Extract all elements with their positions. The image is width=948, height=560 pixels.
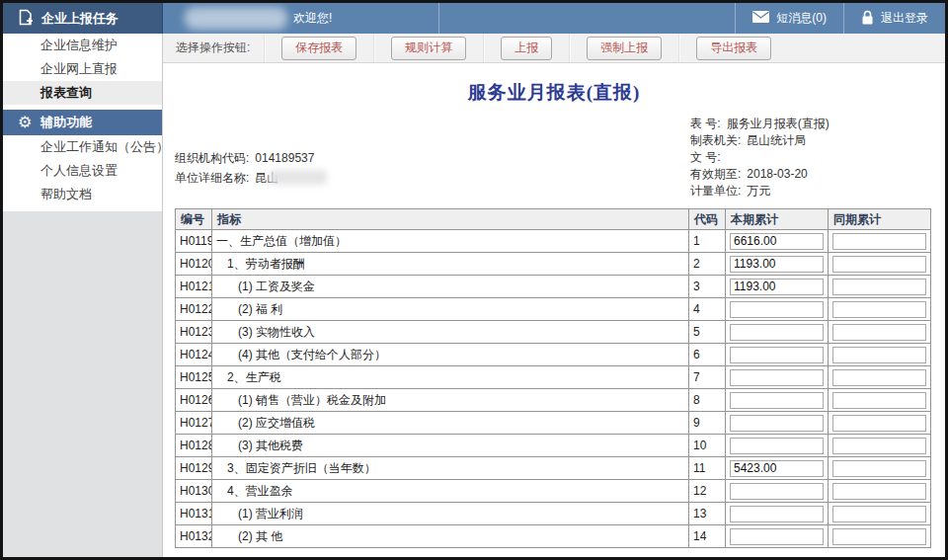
row-id-link[interactable]: H0131 xyxy=(176,503,212,525)
table-row: H0125 2、生产税 7 xyxy=(176,366,931,389)
current-period-input[interactable] xyxy=(730,460,824,477)
prior-period-input[interactable] xyxy=(832,369,926,386)
save-report-button[interactable]: 保存报表 xyxy=(281,37,356,60)
main-area: 选择操作按钮: 保存报表 规则计算 上报 强制上报 导出报表 服务业月报表(直报… xyxy=(163,34,945,557)
row-id-link[interactable]: H0123 xyxy=(176,321,212,344)
welcome-text: 欢迎您! xyxy=(293,10,332,27)
sidebar-item-help-docs[interactable]: 帮助文档 xyxy=(3,183,162,206)
logout-label: 退出登录 xyxy=(881,10,928,27)
code-cell: 13 xyxy=(689,503,726,525)
sidebar-item-online-report[interactable]: 企业网上直报 xyxy=(3,57,162,81)
row-id-link[interactable]: H0127 xyxy=(176,412,212,435)
prior-period-input[interactable] xyxy=(832,279,926,295)
current-period-input[interactable] xyxy=(730,528,824,545)
envelope-icon xyxy=(752,11,769,26)
row-id-link[interactable]: H0132 xyxy=(176,525,212,548)
prior-period-input[interactable] xyxy=(832,528,926,545)
current-period-input[interactable] xyxy=(730,369,824,386)
table-header-row: 编号 指标 代码 本期累计 同期累计 xyxy=(176,209,931,230)
prior-period-input[interactable] xyxy=(832,301,926,318)
table-row: H0127 (2) 应交增值税 9 xyxy=(176,412,931,435)
prior-period-input[interactable] xyxy=(832,233,926,250)
unit-name-line: 单位详细名称:昆山 xyxy=(175,168,327,188)
report-title: 服务业月报表(直报) xyxy=(163,63,945,106)
header-id: 编号 xyxy=(176,209,212,230)
code-cell: 3 xyxy=(689,276,726,298)
current-period-input[interactable] xyxy=(730,256,824,273)
current-period-input[interactable] xyxy=(730,233,824,250)
sidebar-header-label: 企业上报任务 xyxy=(41,10,118,28)
logout-button[interactable]: 退出登录 xyxy=(844,3,945,34)
current-period-input[interactable] xyxy=(730,324,824,341)
current-period-input[interactable] xyxy=(730,279,824,295)
current-period-input[interactable] xyxy=(730,301,824,318)
username-redacted xyxy=(185,7,287,30)
prior-period-input[interactable] xyxy=(832,392,926,409)
indicator-cell: (3) 其他税费 xyxy=(212,435,689,457)
doc-number-line: 文 号: xyxy=(690,149,830,166)
report-content: 服务业月报表(直报) 组织机构代码:014189537 单位详细名称:昆山 表 … xyxy=(163,63,945,557)
indicator-cell: (3) 实物性收入 xyxy=(212,321,689,344)
lock-icon xyxy=(861,10,874,28)
issuing-agency-line: 制表机关:昆山统计局 xyxy=(690,132,830,149)
code-cell: 8 xyxy=(689,389,726,412)
row-id-link[interactable]: H0128 xyxy=(176,435,212,457)
indicator-cell: 4、营业盈余 xyxy=(212,480,689,503)
current-period-input[interactable] xyxy=(730,506,824,522)
prior-period-input[interactable] xyxy=(832,256,926,273)
prior-period-input[interactable] xyxy=(832,483,926,500)
row-id-link[interactable]: H0119 xyxy=(176,230,212,253)
table-row: H0132 (2) 其 他 14 xyxy=(176,525,931,548)
rule-calc-button[interactable]: 规则计算 xyxy=(391,37,466,60)
prior-period-input[interactable] xyxy=(832,460,926,477)
sidebar-item-enterprise-info[interactable]: 企业信息维护 xyxy=(3,34,162,57)
current-period-input[interactable] xyxy=(730,483,824,500)
force-submit-button[interactable]: 强制上报 xyxy=(587,37,662,60)
row-id-link[interactable]: H0122 xyxy=(176,298,212,321)
indicator-cell: (2) 其 他 xyxy=(212,525,689,548)
submit-button[interactable]: 上报 xyxy=(501,37,552,60)
messages-button[interactable]: 短消息(0) xyxy=(736,3,843,34)
meta-right-block: 表 号:服务业月报表(直报) 制表机关:昆山统计局 文 号: 有效期至:2018… xyxy=(690,116,830,200)
code-cell: 10 xyxy=(689,435,726,457)
row-id-link[interactable]: H0124 xyxy=(176,344,212,366)
row-id-link[interactable]: H0126 xyxy=(176,389,212,412)
indicator-cell: 1、劳动者报酬 xyxy=(212,253,689,276)
code-cell: 7 xyxy=(689,366,726,389)
topbar-divider xyxy=(438,3,439,34)
table-row: H0120 1、劳动者报酬 2 xyxy=(176,253,931,276)
row-id-link[interactable]: H0121 xyxy=(176,276,212,298)
valid-until-line: 有效期至:2018-03-20 xyxy=(690,166,830,183)
header-indicator: 指标 xyxy=(212,209,689,230)
current-period-input[interactable] xyxy=(730,438,824,454)
row-id-link[interactable]: H0125 xyxy=(176,366,212,389)
auxiliary-header-label: 辅助功能 xyxy=(40,114,92,131)
sidebar-item-report-query[interactable]: 报表查询 xyxy=(3,81,162,105)
export-report-button[interactable]: 导出报表 xyxy=(696,37,771,60)
code-cell: 9 xyxy=(689,412,726,435)
prior-period-input[interactable] xyxy=(832,415,926,432)
row-id-link[interactable]: H0129 xyxy=(176,457,212,480)
indicator-cell: (1) 销售（营业）税金及附加 xyxy=(212,389,689,412)
current-period-input[interactable] xyxy=(730,392,824,409)
table-row: H0122 (2) 福 利 4 xyxy=(176,298,931,321)
sidebar-item-personal-settings[interactable]: 个人信息设置 xyxy=(3,159,162,183)
sidebar-item-work-notice[interactable]: 企业工作通知（公告） xyxy=(3,135,162,159)
current-period-input[interactable] xyxy=(730,415,824,432)
sidebar-header-tasks[interactable]: 企业上报任务 xyxy=(3,3,163,34)
current-period-input[interactable] xyxy=(730,347,824,363)
header-code: 代码 xyxy=(689,209,726,230)
prior-period-input[interactable] xyxy=(832,324,926,341)
header-current-period: 本期累计 xyxy=(726,209,829,230)
row-id-link[interactable]: H0130 xyxy=(176,480,212,503)
indicator-cell: (1) 工资及奖金 xyxy=(212,276,689,298)
prior-period-input[interactable] xyxy=(832,506,926,522)
prior-period-input[interactable] xyxy=(832,347,926,363)
messages-label: 短消息(0) xyxy=(776,10,827,27)
prior-period-input[interactable] xyxy=(832,438,926,454)
row-id-link[interactable]: H0120 xyxy=(176,253,212,276)
table-row: H0129 3、固定资产折旧（当年数） 11 xyxy=(176,457,931,480)
code-cell: 6 xyxy=(689,344,726,366)
sidebar-header-auxiliary[interactable]: ⚙ 辅助功能 xyxy=(3,110,162,135)
toolbar-label: 选择操作按钮: xyxy=(163,34,264,62)
